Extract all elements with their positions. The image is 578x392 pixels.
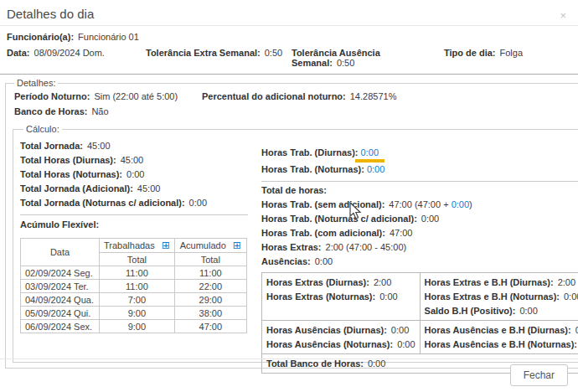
worked-noturnas-link[interactable]: 0:00 <box>367 164 384 174</box>
ausencias-bh-cell: Horas Ausências e B.H (Diurnas):0:00 Hor… <box>420 321 578 354</box>
worked-noturnas-label: Horas Trab. (Noturnas): <box>261 164 364 174</box>
dialog-header: Detalhes do dia × <box>0 0 578 25</box>
worked-diurnas-link[interactable]: 0:00 <box>355 147 384 162</box>
noturnas-adicional-value: 0:00 <box>421 214 439 224</box>
expand-accumulated-icon[interactable]: ⊞ <box>233 240 241 251</box>
ausencias-bh-diurnas-label: Horas Ausências e B.H (Diurnas): <box>425 325 571 335</box>
total-jornada-label: Total Jornada: <box>20 141 83 151</box>
time-bank-value: Não <box>91 106 108 116</box>
ausencias-noturnas-label: Horas Ausências (Noturnas): <box>266 339 393 349</box>
table-row: 06/09/2024 Sex. 9:00 47:00 <box>21 320 247 333</box>
flexible-accumulation-title: Acúmulo Flexível: <box>20 219 99 230</box>
col-accumulated-label: Acumulado <box>180 240 226 250</box>
time-bank-row: Banco de Horas:Não <box>11 104 578 119</box>
date-value: 08/09/2024 Dom. <box>34 48 105 58</box>
ausencias-bh-noturnas-label: Horas Ausências e B.H (Noturnas): <box>425 339 577 349</box>
total-banco-value: 0:00 <box>368 358 385 369</box>
ausencias-noturnas-value: 0:00 <box>397 339 415 349</box>
extras-noturnas-label: Horas Extras (Noturnas): <box>266 291 375 302</box>
time-bank-label: Banco de Horas: <box>14 106 87 116</box>
tolerance-extra-value: 0:50 <box>265 48 282 58</box>
row-worked: 11:00 <box>100 280 175 293</box>
row-accumulated: 22:00 <box>174 280 246 293</box>
day-details-dialog: Detalhes do dia × Funcionário(a):Funcion… <box>0 0 578 392</box>
details-legend: Detalhes: <box>14 78 58 88</box>
extras-bh-noturnas-label: Horas Extras e B.H (Noturnas): <box>425 291 560 302</box>
fechar-button[interactable]: Fechar <box>510 364 568 386</box>
saldo-bh-value: 0:00 <box>519 306 537 316</box>
row-worked: 7:00 <box>100 293 175 307</box>
total-horas-noturnas-value: 0:00 <box>126 169 144 179</box>
calc-right-column: Horas Trab. (Diurnas): 0:00 Horas Trab. … <box>261 136 578 374</box>
saldo-bh-label: Saldo B.H (Positivo): <box>425 306 516 316</box>
horas-extras-label: Horas Extras: <box>261 242 322 252</box>
row-date: 04/09/2024 Qua. <box>21 293 100 307</box>
ausencias-label: Ausências: <box>261 256 311 266</box>
dialog-title: Detalhes do dia <box>7 7 94 21</box>
ausencias-value: 0:00 <box>315 256 333 266</box>
row-accumulated: 38:00 <box>174 307 246 320</box>
row-worked: 11:00 <box>100 266 175 280</box>
employee-row: Funcionário(a):Funcionário 01 <box>0 26 578 44</box>
table-row: 04/09/2024 Qua. 7:00 29:00 <box>21 293 247 307</box>
employee-value: Funcionário 01 <box>78 32 139 42</box>
calc-fieldset: Cálculo: Total Jornada:45:00 Total Horas… <box>13 124 578 363</box>
sem-adicional-suffix: ) <box>469 199 472 209</box>
employee-label: Funcionário(a): <box>7 32 74 42</box>
row-date: 05/09/2024 Qui. <box>21 307 100 320</box>
extras-diurnas-label: Horas Extras (Diurnas): <box>266 277 369 287</box>
col-header-date: Data <box>21 239 100 266</box>
tolerance-extra-label: Tolerância Extra Semanal: <box>146 48 261 58</box>
right-column-divider <box>261 181 578 182</box>
com-adicional-label: Horas Trab. (com adicional): <box>261 228 385 238</box>
night-period-value: Sim (22:00 até 5:00) <box>94 91 178 101</box>
row-worked: 9:00 <box>100 307 175 320</box>
extras-cell: Horas Extras (Diurnas):2:00 Horas Extras… <box>262 273 421 321</box>
day-type-value: Folga <box>500 48 524 58</box>
total-horas-diurnas-label: Total Horas (Diurnas): <box>20 155 116 165</box>
tolerance-absence-value: 0:50 <box>337 58 354 68</box>
row-accumulated: 11:00 <box>174 266 246 280</box>
total-jornada-adicional-label: Total Jornada (Adicional): <box>20 183 133 193</box>
total-jornada-value: 45:00 <box>87 141 111 151</box>
ausencias-diurnas-value: 0:00 <box>391 325 409 335</box>
subheader-accumulated-total: Total <box>174 253 246 266</box>
night-period-label: Período Noturno: <box>14 91 90 101</box>
left-column-divider <box>20 214 248 215</box>
sem-adicional-prefix: 47:00 (47:00 + <box>389 199 451 209</box>
calc-legend: Cálculo: <box>23 124 62 134</box>
table-row: 02/09/2024 Seg. 11:00 11:00 <box>21 266 247 280</box>
details-fieldset: Detalhes: Período Noturno:Sim (22:00 até… <box>5 78 578 369</box>
ausencias-diurnas-label: Horas Ausências (Diurnas): <box>266 325 387 335</box>
accumulation-table: Data Trabalhadas⊞ Acumulado⊞ Total Total <box>20 238 247 333</box>
ausencias-cell: Horas Ausências (Diurnas):0:00 Horas Aus… <box>262 321 421 354</box>
table-row: 05/09/2024 Qui. 9:00 38:00 <box>21 307 247 320</box>
extras-bh-noturnas-value: 0:00 <box>564 291 578 302</box>
com-adicional-value: 47:00 <box>390 228 413 238</box>
extras-bh-cell: Horas Extras e B.H (Diurnas):2:00 Horas … <box>420 273 578 321</box>
worked-diurnas-label: Horas Trab. (Diurnas): <box>261 147 359 157</box>
row-worked: 9:00 <box>100 320 175 333</box>
noturnas-adicional-label: Horas Trab. (Noturnas c/ adicional): <box>261 214 417 224</box>
horas-extras-value: 2:00 (47:00 - 45:00) <box>326 242 407 252</box>
night-percent-label: Percentual do adicional noturno: <box>202 91 346 101</box>
row-accumulated: 47:00 <box>174 320 246 333</box>
extras-noturnas-value: 0:00 <box>379 291 397 302</box>
table-row: 03/09/2024 Ter. 11:00 22:00 <box>21 280 247 293</box>
total-jornada-noturnas-adicional-label: Total Jornada (Noturnas c/ adicional): <box>20 198 185 208</box>
sem-adicional-link[interactable]: 0:00 <box>452 199 469 209</box>
total-hours-title: Total de horas: <box>261 185 327 195</box>
close-icon[interactable]: × <box>555 7 571 24</box>
extras-bh-diurnas-label: Horas Extras e B.H (Diurnas): <box>425 277 554 287</box>
extras-bh-diurnas-value: 2:00 <box>558 277 575 287</box>
total-jornada-noturnas-adicional-value: 0:00 <box>189 198 207 208</box>
total-horas-diurnas-value: 45:00 <box>121 155 144 165</box>
extras-diurnas-value: 2:00 <box>374 277 391 287</box>
total-banco-label: Total Banco de Horas: <box>266 358 364 369</box>
night-period-row: Período Noturno:Sim (22:00 até 5:00) Per… <box>11 89 578 104</box>
col-worked-label: Trabalhadas <box>104 240 155 250</box>
total-horas-noturnas-label: Total Horas (Noturnas): <box>20 169 122 179</box>
subheader-worked-total: Total <box>100 253 175 266</box>
row-date: 06/09/2024 Sex. <box>21 320 100 333</box>
expand-worked-icon[interactable]: ⊞ <box>162 240 170 251</box>
